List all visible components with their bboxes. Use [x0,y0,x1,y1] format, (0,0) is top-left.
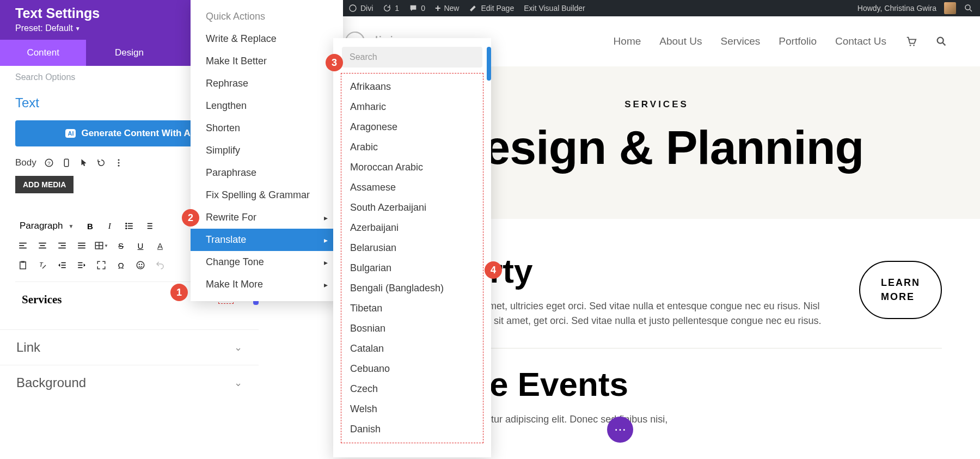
more-icon[interactable] [114,158,124,168]
svg-rect-23 [58,243,66,244]
paste-button[interactable] [15,258,30,273]
phone-icon[interactable] [62,158,71,168]
clear-format-button[interactable]: T [35,258,50,273]
fab-button[interactable]: ⋯ [607,417,633,443]
lang-item-cebuano[interactable]: Cebuano [341,359,483,379]
tab-content[interactable]: Content [0,40,86,66]
reset-icon[interactable] [96,158,106,168]
nav-services[interactable]: Services [720,35,760,47]
svg-point-5 [118,159,119,161]
svg-rect-16 [148,228,152,229]
cart-icon[interactable] [905,35,917,47]
chevron-down-icon: ▼ [68,223,74,229]
qa-item-simplify[interactable]: Simplify [191,139,343,162]
nav-contact[interactable]: Contact Us [835,35,886,47]
scrollbar-thumb[interactable] [487,47,491,81]
translate-language-menu: Search AfrikaansAmharicAragoneseArabicMo… [333,38,491,457]
emoji-button[interactable] [133,258,148,273]
tab-design[interactable]: Design [86,40,172,66]
svg-point-0 [350,5,356,11]
bullet-list-button[interactable] [121,218,137,234]
lang-item-tibetan[interactable]: Tibetan [341,298,483,319]
qa-item-write-replace[interactable]: Write & Replace [191,28,343,50]
strike-button[interactable]: S [113,238,128,253]
fullscreen-button[interactable] [94,258,109,273]
nav-about[interactable]: About Us [659,35,702,47]
qa-item-make-it-better[interactable]: Make It Better [191,50,343,72]
qa-header: Quick Actions [191,5,343,28]
qa-item-lengthen[interactable]: Lengthen [191,95,343,117]
language-search-input[interactable]: Search [342,47,482,68]
lang-item-welsh[interactable]: Welsh [341,399,483,419]
learn-more-button[interactable]: LEARNMORE [859,261,942,319]
lang-item-amharic[interactable]: Amharic [341,97,483,117]
lang-item-bulgarian[interactable]: Bulgarian [341,258,483,278]
lang-item-catalan[interactable]: Catalan [341,339,483,359]
help-icon[interactable]: ? [44,158,54,168]
callout-1: 1 [170,284,188,301]
admin-comments[interactable]: 0 [409,4,425,13]
lang-item-bengali-bangladesh-[interactable]: Bengali (Bangladesh) [341,278,483,298]
admin-edit-page[interactable]: Edit Page [469,4,514,13]
lang-item-moroccan-arabic[interactable]: Moroccan Arabic [341,157,483,178]
preset-selector[interactable]: Preset: Default▼ [15,23,81,33]
svg-rect-33 [21,261,24,263]
lang-item-aragonese[interactable]: Aragonese [341,117,483,137]
qa-item-paraphrase[interactable]: Paraphrase [191,162,343,184]
lang-item-czech[interactable]: Czech [341,379,483,399]
text-color-button[interactable]: A [152,238,168,253]
lang-item-danish[interactable]: Danish [341,419,483,439]
lang-item-belarusian[interactable]: Belarusian [341,238,483,258]
lang-item-arabic[interactable]: Arabic [341,137,483,157]
accordion-link[interactable]: Link⌄ [0,329,259,365]
qa-item-rephrase[interactable]: Rephrase [191,72,343,95]
lang-item-assamese[interactable]: Assamese [341,178,483,198]
qa-item-shorten[interactable]: Shorten [191,117,343,139]
number-list-button[interactable] [141,218,156,234]
underline-button[interactable]: U [133,238,148,253]
svg-point-48 [913,45,915,46]
svg-rect-11 [128,225,133,227]
hover-icon[interactable] [79,158,89,168]
admin-site[interactable]: Divi [348,4,373,13]
qa-item-change-tone[interactable]: Change Tone▸ [191,251,343,273]
outdent-button[interactable] [54,258,70,273]
svg-point-49 [938,38,944,44]
italic-button[interactable]: I [102,218,117,234]
qa-item-rewrite-for[interactable]: Rewrite For▸ [191,206,343,229]
qa-item-fix-spelling-grammar[interactable]: Fix Spelling & Grammar [191,184,343,206]
admin-exit-vb[interactable]: Exit Visual Builder [524,4,585,13]
accordion-background[interactable]: Background⌄ [0,365,259,400]
align-left-button[interactable] [15,238,30,253]
lang-item-bosnian[interactable]: Bosnian [341,319,483,339]
chevron-right-icon: ▸ [324,280,328,289]
svg-rect-26 [78,243,85,244]
paragraph-select[interactable]: Paragraph▼ [15,219,78,232]
svg-rect-13 [128,228,133,229]
search-icon[interactable] [935,35,947,47]
nav-portfolio[interactable]: Portfolio [779,35,817,47]
align-center-button[interactable] [35,238,50,253]
lang-item-azerbaijani[interactable]: Azerbaijani [341,218,483,238]
nav-home[interactable]: Home [614,35,641,47]
add-media-button[interactable]: ADD MEDIA [15,176,74,193]
omega-button[interactable]: Ω [113,258,128,273]
table-button[interactable]: ▼ [94,238,109,253]
svg-point-43 [139,264,140,265]
align-justify-button[interactable] [74,238,89,253]
body-label: Body [15,157,36,168]
lang-item-afrikaans[interactable]: Afrikaans [341,77,483,97]
avatar[interactable] [944,2,956,14]
indent-button[interactable] [74,258,89,273]
undo-button[interactable] [152,258,168,273]
lang-item-south-azerbaijani[interactable]: South Azerbaijani [341,198,483,218]
qa-item-translate[interactable]: Translate▸ [191,229,343,251]
bold-button[interactable]: B [82,218,97,234]
qa-item-make-it-more[interactable]: Make It More▸ [191,273,343,296]
svg-rect-20 [39,243,46,244]
admin-new[interactable]: +New [435,3,460,14]
admin-howdy[interactable]: Howdy, Christina Gwira [857,4,936,13]
search-icon[interactable] [964,3,973,13]
align-right-button[interactable] [54,238,70,253]
admin-updates[interactable]: 1 [383,4,399,13]
